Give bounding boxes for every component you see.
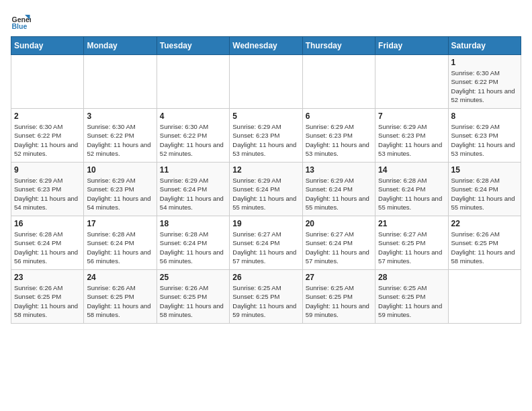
day-header-saturday: Saturday [448, 37, 521, 55]
day-number: 10 [87, 165, 153, 175]
calendar-cell: 21Sunrise: 6:27 AM Sunset: 6:25 PM Dayli… [375, 216, 448, 270]
day-info: Sunrise: 6:25 AM Sunset: 6:25 PM Dayligh… [232, 283, 299, 319]
day-number: 18 [160, 219, 226, 228]
day-info: Sunrise: 6:27 AM Sunset: 6:24 PM Dayligh… [232, 230, 299, 265]
day-info: Sunrise: 6:29 AM Sunset: 6:24 PM Dayligh… [160, 176, 226, 212]
day-header-monday: Monday [84, 37, 157, 55]
calendar-week-3: 9Sunrise: 6:29 AM Sunset: 6:23 PM Daylig… [11, 163, 521, 216]
calendar-cell: 5Sunrise: 6:29 AM Sunset: 6:23 PM Daylig… [230, 109, 302, 163]
day-info: Sunrise: 6:28 AM Sunset: 6:24 PM Dayligh… [378, 176, 445, 212]
calendar-cell: 9Sunrise: 6:29 AM Sunset: 6:23 PM Daylig… [11, 163, 84, 216]
calendar-cell: 12Sunrise: 6:29 AM Sunset: 6:24 PM Dayli… [230, 163, 302, 216]
calendar-cell: 17Sunrise: 6:28 AM Sunset: 6:24 PM Dayli… [84, 216, 157, 270]
calendar-cell: 16Sunrise: 6:28 AM Sunset: 6:24 PM Dayli… [11, 216, 84, 270]
day-number: 1 [451, 58, 518, 67]
logo-icon: General Blue [11, 11, 31, 31]
day-number: 16 [14, 219, 81, 228]
calendar-cell: 1Sunrise: 6:30 AM Sunset: 6:22 PM Daylig… [448, 55, 521, 109]
day-info: Sunrise: 6:30 AM Sunset: 6:22 PM Dayligh… [14, 122, 81, 158]
day-header-tuesday: Tuesday [157, 37, 229, 55]
calendar-cell [157, 55, 229, 109]
calendar-cell: 26Sunrise: 6:25 AM Sunset: 6:25 PM Dayli… [230, 270, 302, 324]
day-number: 3 [87, 111, 153, 121]
day-info: Sunrise: 6:26 AM Sunset: 6:25 PM Dayligh… [451, 230, 518, 265]
calendar-cell [230, 55, 302, 109]
day-number: 2 [14, 111, 81, 121]
calendar-cell: 23Sunrise: 6:26 AM Sunset: 6:25 PM Dayli… [11, 270, 84, 324]
day-number: 5 [232, 111, 299, 121]
calendar-cell [302, 55, 375, 109]
calendar-cell: 22Sunrise: 6:26 AM Sunset: 6:25 PM Dayli… [448, 216, 521, 270]
day-number: 19 [232, 219, 299, 228]
calendar-header-row: SundayMondayTuesdayWednesdayThursdayFrid… [11, 37, 521, 55]
day-info: Sunrise: 6:29 AM Sunset: 6:24 PM Dayligh… [306, 176, 372, 212]
day-number: 26 [232, 273, 299, 282]
calendar-cell: 10Sunrise: 6:29 AM Sunset: 6:23 PM Dayli… [84, 163, 157, 216]
day-header-wednesday: Wednesday [230, 37, 302, 55]
day-info: Sunrise: 6:25 AM Sunset: 6:25 PM Dayligh… [306, 283, 372, 319]
calendar-cell: 18Sunrise: 6:28 AM Sunset: 6:24 PM Dayli… [157, 216, 229, 270]
calendar-table: SundayMondayTuesdayWednesdayThursdayFrid… [11, 36, 521, 324]
day-number: 20 [306, 219, 372, 228]
calendar-week-5: 23Sunrise: 6:26 AM Sunset: 6:25 PM Dayli… [11, 270, 521, 324]
calendar-cell: 13Sunrise: 6:29 AM Sunset: 6:24 PM Dayli… [302, 163, 375, 216]
day-info: Sunrise: 6:29 AM Sunset: 6:23 PM Dayligh… [378, 122, 445, 158]
calendar-cell: 28Sunrise: 6:25 AM Sunset: 6:25 PM Dayli… [375, 270, 448, 324]
day-number: 17 [87, 219, 153, 228]
calendar-cell [84, 55, 157, 109]
calendar-cell: 24Sunrise: 6:26 AM Sunset: 6:25 PM Dayli… [84, 270, 157, 324]
day-info: Sunrise: 6:30 AM Sunset: 6:22 PM Dayligh… [451, 68, 518, 104]
day-number: 4 [160, 111, 226, 121]
day-header-friday: Friday [375, 37, 448, 55]
day-number: 27 [306, 273, 372, 282]
day-info: Sunrise: 6:28 AM Sunset: 6:24 PM Dayligh… [451, 176, 518, 212]
day-info: Sunrise: 6:28 AM Sunset: 6:24 PM Dayligh… [14, 230, 81, 265]
day-info: Sunrise: 6:27 AM Sunset: 6:24 PM Dayligh… [306, 230, 372, 265]
svg-text:Blue: Blue [12, 22, 28, 30]
calendar-week-4: 16Sunrise: 6:28 AM Sunset: 6:24 PM Dayli… [11, 216, 521, 270]
day-info: Sunrise: 6:30 AM Sunset: 6:22 PM Dayligh… [87, 122, 153, 158]
calendar-cell: 27Sunrise: 6:25 AM Sunset: 6:25 PM Dayli… [302, 270, 375, 324]
day-number: 6 [306, 111, 372, 121]
day-info: Sunrise: 6:28 AM Sunset: 6:24 PM Dayligh… [87, 230, 153, 265]
day-number: 22 [451, 219, 518, 228]
calendar-cell: 11Sunrise: 6:29 AM Sunset: 6:24 PM Dayli… [157, 163, 229, 216]
day-number: 14 [378, 165, 445, 175]
calendar-cell: 15Sunrise: 6:28 AM Sunset: 6:24 PM Dayli… [448, 163, 521, 216]
calendar-cell: 2Sunrise: 6:30 AM Sunset: 6:22 PM Daylig… [11, 109, 84, 163]
calendar-cell: 7Sunrise: 6:29 AM Sunset: 6:23 PM Daylig… [375, 109, 448, 163]
day-number: 8 [451, 111, 518, 121]
day-header-sunday: Sunday [11, 37, 84, 55]
day-number: 12 [232, 165, 299, 175]
day-number: 13 [306, 165, 372, 175]
calendar-cell: 25Sunrise: 6:26 AM Sunset: 6:25 PM Dayli… [157, 270, 229, 324]
logo: General Blue [11, 11, 31, 31]
day-info: Sunrise: 6:25 AM Sunset: 6:25 PM Dayligh… [378, 283, 445, 319]
day-number: 25 [160, 273, 226, 282]
day-number: 21 [378, 219, 445, 228]
day-info: Sunrise: 6:29 AM Sunset: 6:23 PM Dayligh… [87, 176, 153, 212]
day-number: 9 [14, 165, 81, 175]
day-info: Sunrise: 6:29 AM Sunset: 6:23 PM Dayligh… [14, 176, 81, 212]
day-number: 28 [378, 273, 445, 282]
calendar-cell: 8Sunrise: 6:29 AM Sunset: 6:23 PM Daylig… [448, 109, 521, 163]
day-info: Sunrise: 6:29 AM Sunset: 6:23 PM Dayligh… [306, 122, 372, 158]
calendar-cell [448, 270, 521, 324]
day-info: Sunrise: 6:29 AM Sunset: 6:24 PM Dayligh… [232, 176, 299, 212]
day-info: Sunrise: 6:26 AM Sunset: 6:25 PM Dayligh… [87, 283, 153, 319]
day-info: Sunrise: 6:29 AM Sunset: 6:23 PM Dayligh… [451, 122, 518, 158]
calendar-cell: 19Sunrise: 6:27 AM Sunset: 6:24 PM Dayli… [230, 216, 302, 270]
calendar-cell [11, 55, 84, 109]
calendar-week-2: 2Sunrise: 6:30 AM Sunset: 6:22 PM Daylig… [11, 109, 521, 163]
day-header-thursday: Thursday [302, 37, 375, 55]
day-info: Sunrise: 6:26 AM Sunset: 6:25 PM Dayligh… [14, 283, 81, 319]
day-info: Sunrise: 6:26 AM Sunset: 6:25 PM Dayligh… [160, 283, 226, 319]
day-number: 15 [451, 165, 518, 175]
day-number: 24 [87, 273, 153, 282]
day-number: 23 [14, 273, 81, 282]
calendar-cell: 4Sunrise: 6:30 AM Sunset: 6:22 PM Daylig… [157, 109, 229, 163]
day-info: Sunrise: 6:27 AM Sunset: 6:25 PM Dayligh… [378, 230, 445, 265]
day-number: 11 [160, 165, 226, 175]
calendar-cell: 3Sunrise: 6:30 AM Sunset: 6:22 PM Daylig… [84, 109, 157, 163]
calendar-cell: 14Sunrise: 6:28 AM Sunset: 6:24 PM Dayli… [375, 163, 448, 216]
